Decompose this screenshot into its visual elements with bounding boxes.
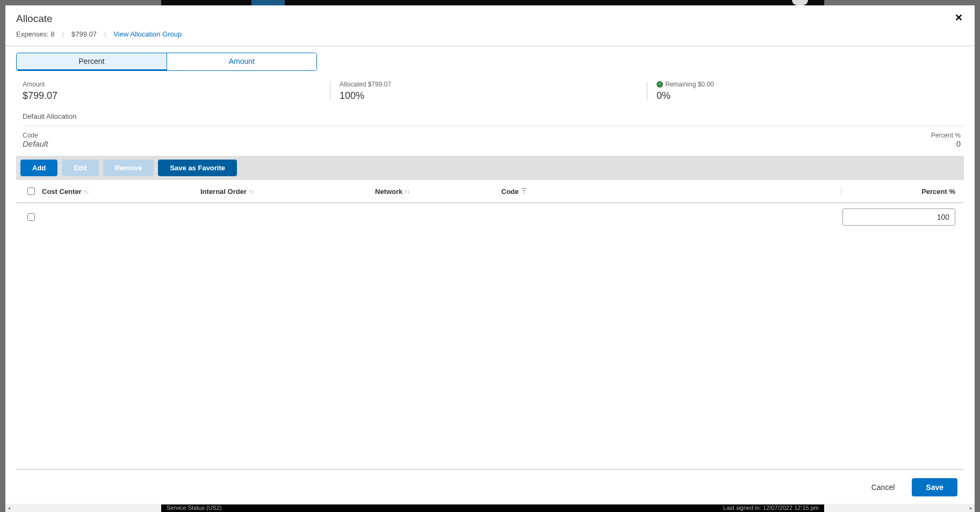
default-percent-label: Percent %	[931, 132, 961, 139]
column-network[interactable]: Network ↑↓	[375, 188, 501, 196]
modal-footer: Cancel Save	[16, 470, 964, 504]
background-status-bar: Service Status (US2) Last signed in: 12/…	[161, 504, 824, 512]
tab-percent[interactable]: Percent	[17, 53, 167, 70]
default-allocation-title: Default Allocation	[23, 112, 964, 126]
summary-row: Amount $799.07 Allocated $799.07 100% ✓ …	[16, 81, 964, 102]
separator: |	[62, 30, 64, 38]
background-active-tab	[251, 0, 285, 5]
expenses-count: Expenses: 8	[16, 30, 55, 38]
summary-amount-value: $799.07	[23, 90, 320, 102]
separator: |	[104, 30, 106, 38]
check-circle-icon: ✓	[657, 81, 663, 88]
default-code-col: Code Default	[23, 132, 48, 148]
service-status-text: Service Status (US2)	[167, 504, 222, 511]
column-code[interactable]: Code	[501, 188, 598, 196]
column-percent-label: Percent %	[921, 188, 955, 196]
sort-icon: ↑↓	[405, 189, 410, 194]
sort-icon: ↑↓	[249, 189, 254, 194]
allocate-modal: ✕ Allocate Expenses: 8 | $799.07 | View …	[5, 5, 975, 504]
close-icon[interactable]: ✕	[955, 13, 963, 23]
default-percent-col: Percent % 0	[931, 132, 961, 148]
row-percent-cell	[841, 208, 960, 226]
row-checkbox-cell	[20, 213, 42, 221]
summary-remaining-label-text: Remaining $0.00	[665, 81, 714, 88]
column-spacer	[598, 186, 841, 196]
modal-subheader: Expenses: 8 | $799.07 | View Allocation …	[5, 25, 975, 46]
default-allocation-row: Code Default Percent % 0	[23, 126, 964, 154]
select-all-checkbox[interactable]	[27, 188, 35, 195]
percent-amount-toggle: Percent Amount	[16, 53, 317, 71]
last-signed-in-text: Last signed in: 12/07/2022 12:15 pm	[723, 504, 819, 511]
summary-allocated-value: 100%	[340, 90, 637, 102]
column-internal-order[interactable]: Internal Order ↑↓	[200, 188, 375, 196]
summary-amount: Amount $799.07	[23, 81, 330, 102]
tab-amount[interactable]: Amount	[167, 53, 317, 70]
sort-icon: ↑↓	[84, 189, 89, 194]
summary-remaining: ✓ Remaining $0.00 0%	[647, 81, 964, 102]
filter-icon	[521, 188, 527, 194]
summary-allocated: Allocated $799.07 100%	[330, 81, 647, 102]
scroll-left-icon[interactable]: ◂	[8, 505, 10, 511]
summary-amount-label: Amount	[23, 81, 320, 88]
action-bar: Add Edit Remove Save as Favorite	[16, 156, 964, 180]
summary-remaining-value: 0%	[657, 90, 954, 102]
cancel-button[interactable]: Cancel	[863, 479, 904, 496]
column-internal-order-label: Internal Order	[200, 188, 247, 196]
row-spacer	[598, 208, 841, 226]
column-cost-center-label: Cost Center	[42, 188, 82, 196]
save-button[interactable]: Save	[912, 478, 957, 496]
column-network-label: Network	[375, 188, 402, 196]
summary-remaining-label: ✓ Remaining $0.00	[657, 81, 954, 88]
view-allocation-group-link[interactable]: View Allocation Group	[113, 30, 182, 38]
default-code-label: Code	[23, 132, 48, 139]
default-percent-value: 0	[931, 139, 961, 148]
modal-title: Allocate	[16, 13, 964, 25]
row-checkbox[interactable]	[27, 213, 35, 221]
add-button[interactable]: Add	[20, 160, 57, 176]
scroll-right-icon[interactable]: ▸	[970, 505, 972, 511]
select-all-checkbox-cell	[20, 188, 42, 195]
column-percent[interactable]: Percent %	[841, 188, 960, 196]
allocation-table-row	[16, 203, 964, 231]
save-as-favorite-button[interactable]: Save as Favorite	[158, 160, 237, 176]
column-cost-center[interactable]: Cost Center ↑↓	[42, 188, 200, 196]
modal-body: Percent Amount Amount $799.07 Allocated …	[5, 46, 975, 504]
default-code-value: Default	[23, 139, 48, 148]
column-code-label: Code	[501, 188, 519, 196]
expenses-amount: $799.07	[71, 30, 97, 38]
percent-input[interactable]	[842, 208, 955, 226]
summary-allocated-label: Allocated $799.07	[340, 81, 637, 88]
remove-button[interactable]: Remove	[103, 160, 154, 176]
modal-header: Allocate	[5, 5, 975, 25]
default-allocation-section: Default Allocation Code Default Percent …	[16, 112, 964, 154]
background-topbar	[0, 0, 980, 5]
allocation-table-header: Cost Center ↑↓ Internal Order ↑↓ Network…	[16, 180, 964, 203]
edit-button[interactable]: Edit	[62, 160, 99, 176]
